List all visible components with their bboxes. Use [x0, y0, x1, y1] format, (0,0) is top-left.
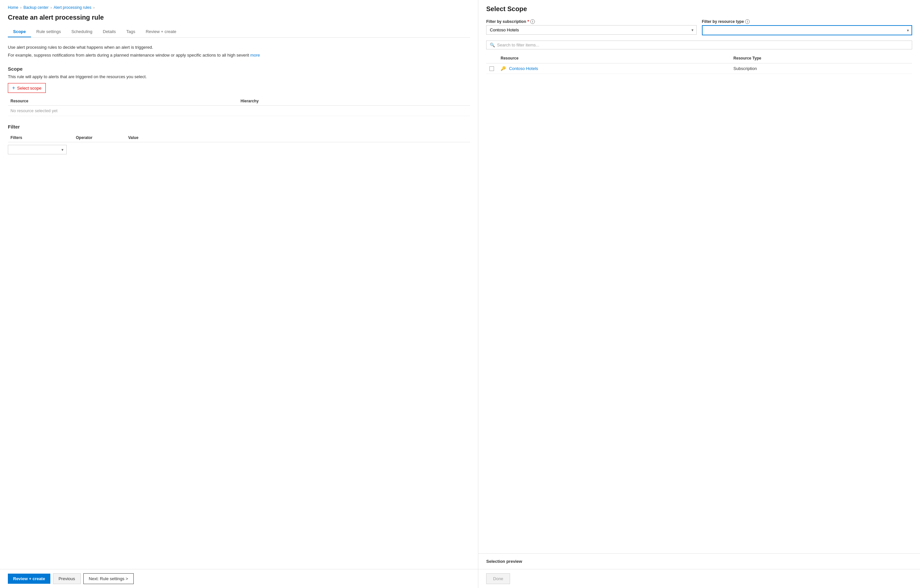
subscription-icon: 🔑 [500, 66, 506, 71]
required-marker: * [527, 19, 529, 24]
empty-row: No resource selected yet [8, 105, 470, 116]
tab-scope[interactable]: Scope [8, 26, 31, 37]
subscription-select[interactable]: Contoso Hotels [486, 25, 696, 35]
resource-type-select[interactable] [702, 25, 912, 35]
right-bottom-bar: Done [478, 569, 920, 588]
tab-details[interactable]: Details [98, 26, 121, 37]
row-resource-name: 🔑 Contoso Hotels [497, 63, 730, 74]
resource-name-link[interactable]: Contoso Hotels [509, 66, 538, 71]
description-line2: For example, suppress notifications from… [8, 52, 470, 58]
resources-table: Resource Resource Type 🔑 Contoso Hotels [486, 53, 912, 74]
filters-select-wrap: ▾ [8, 145, 67, 154]
tab-scheduling[interactable]: Scheduling [66, 26, 97, 37]
selection-preview-title: Selection preview [486, 559, 522, 564]
resource-type-info-icon[interactable]: i [745, 19, 750, 24]
review-create-button[interactable]: Review + create [8, 573, 50, 584]
filter-section: Filter Filters Operator Value ▾ [8, 124, 470, 157]
right-panel-title: Select Scope [486, 5, 912, 13]
breadcrumb-sep-2: › [50, 6, 52, 10]
select-scope-label: Select scope [17, 86, 41, 91]
hierarchy-col-header: Hierarchy [238, 97, 470, 105]
search-row: 🔍 [486, 40, 912, 49]
filter-subscription-group: Filter by subscription * i Contoso Hotel… [486, 19, 696, 35]
left-panel: Home › Backup center › Alert processing … [0, 0, 478, 588]
checkbox-col-header [486, 53, 497, 63]
filter-subscription-label-row: Filter by subscription * i [486, 19, 696, 24]
left-bottom-bar: Review + create Previous Next: Rule sett… [0, 569, 478, 588]
select-scope-button[interactable]: + Select scope [8, 83, 46, 93]
filter-headers: Filters Operator Value [8, 133, 470, 142]
operator-col-header: Operator [73, 133, 126, 142]
resource-type-select-wrap: ▾ [702, 25, 912, 35]
breadcrumb: Home › Backup center › Alert processing … [8, 5, 470, 10]
empty-message: No resource selected yet [8, 105, 470, 116]
filter-resource-type-label: Filter by resource type [702, 19, 744, 24]
next-button[interactable]: Next: Rule settings > [83, 573, 134, 584]
value-col-header: Value [126, 133, 470, 142]
filter-resource-type-label-row: Filter by resource type i [702, 19, 912, 24]
right-panel: Select Scope Filter by subscription * i … [478, 0, 920, 588]
page-title: Create an alert processing rule [8, 14, 470, 21]
search-icon: 🔍 [490, 42, 495, 47]
breadcrumb-home[interactable]: Home [8, 5, 18, 10]
filters-select[interactable] [8, 145, 67, 154]
selection-preview: Selection preview [478, 553, 920, 569]
scope-resource-table: Resource Hierarchy No resource selected … [8, 97, 470, 116]
scope-section-title: Scope [8, 66, 470, 71]
subscription-info-icon[interactable]: i [530, 19, 535, 24]
breadcrumb-backup-center[interactable]: Backup center [24, 5, 49, 10]
filters-col-header: Filters [8, 133, 73, 142]
tabs-container: Scope Rule settings Scheduling Details T… [8, 26, 470, 37]
filter-row: ▾ [8, 142, 470, 157]
scope-section-desc: This rule will apply to alerts that are … [8, 74, 470, 79]
resource-col-header: Resource [8, 97, 238, 105]
plus-icon: + [12, 85, 15, 91]
resource-col-header-right: Resource [497, 53, 730, 63]
resource-type-col-header: Resource Type [730, 53, 912, 63]
scope-section: Scope This rule will apply to alerts tha… [8, 66, 470, 116]
tab-tags[interactable]: Tags [121, 26, 140, 37]
filter-subscription-label: Filter by subscription [486, 19, 526, 24]
description-line1: Use alert processing rules to decide wha… [8, 44, 470, 51]
breadcrumb-sep-3: › [93, 6, 94, 10]
tab-rule-settings[interactable]: Rule settings [31, 26, 66, 37]
more-link[interactable]: more [250, 53, 260, 58]
table-row: 🔑 Contoso Hotels Subscription [486, 63, 912, 74]
done-button[interactable]: Done [486, 573, 510, 584]
right-filter-row: Filter by subscription * i Contoso Hotel… [486, 19, 912, 35]
filter-resource-type-group: Filter by resource type i ▾ [702, 19, 912, 35]
breadcrumb-alert-rules[interactable]: Alert processing rules [53, 5, 91, 10]
row-resource-type: Subscription [730, 63, 912, 74]
filter-section-title: Filter [8, 124, 470, 130]
search-input[interactable] [497, 42, 909, 47]
subscription-select-wrap: Contoso Hotels ▾ [486, 25, 696, 35]
previous-button[interactable]: Previous [53, 573, 81, 584]
breadcrumb-sep-1: › [20, 6, 21, 10]
tab-review-create[interactable]: Review + create [141, 26, 182, 37]
row-checkbox[interactable] [489, 66, 494, 71]
row-checkbox-cell [486, 63, 497, 74]
